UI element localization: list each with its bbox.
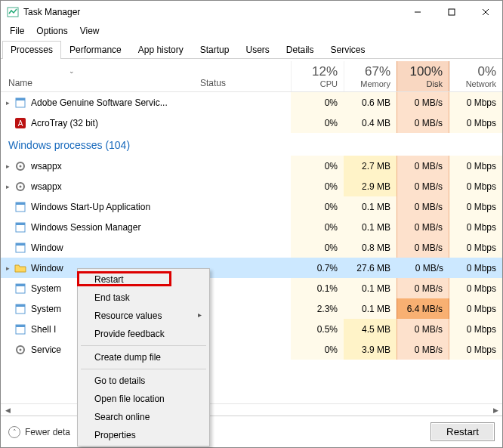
cell-network: 0 Mbps <box>449 156 502 176</box>
svg-rect-16 <box>16 223 25 225</box>
gear-icon <box>14 181 26 193</box>
cell-memory: 3.9 MB <box>344 339 397 360</box>
menu-file[interactable]: File <box>4 24 30 38</box>
process-row[interactable]: ▸ wsappx 0% 2.9 MB 0 MB/s 0 Mbps <box>1 176 502 196</box>
column-name-header[interactable]: ⌄ Name <box>1 67 200 91</box>
column-network-header[interactable]: 0% Network <box>449 61 502 91</box>
folder-icon <box>14 262 26 274</box>
cell-network: 0 Mbps <box>449 319 502 339</box>
close-button[interactable] <box>468 1 502 23</box>
restart-button[interactable]: Restart <box>430 422 495 441</box>
minimize-button[interactable] <box>400 1 434 23</box>
cell-memory: 0.1 MB <box>344 217 397 237</box>
process-row[interactable]: Window 0% 0.8 MB 0 MB/s 0 Mbps <box>1 237 502 258</box>
menu-options[interactable]: Options <box>30 24 73 38</box>
svg-point-10 <box>20 165 22 167</box>
cell-network: 0 Mbps <box>449 339 502 360</box>
process-row[interactable]: System 0.1% 0.1 MB 0 MB/s 0 Mbps <box>1 278 502 298</box>
column-memory-header[interactable]: 67% Memory <box>344 61 397 91</box>
cell-cpu: 0% <box>291 237 344 258</box>
process-row[interactable]: ▸ Adobe Genuine Software Servic... 0% 0.… <box>1 92 502 113</box>
svg-rect-14 <box>16 202 25 205</box>
cell-memory: 0.8 MB <box>344 237 397 258</box>
context-menu-item[interactable]: Open file location <box>79 390 208 408</box>
process-row[interactable]: ▸ Window 0.7% 27.6 MB 0 MB/s 0 Mbps <box>1 258 502 278</box>
svg-rect-6 <box>16 98 25 100</box>
context-menu-item[interactable]: End task <box>79 289 208 307</box>
acro-icon: A <box>14 117 26 129</box>
process-row[interactable]: Service 0% 3.9 MB 0 MB/s 0 Mbps <box>1 339 502 360</box>
cell-network: 0 Mbps <box>449 113 502 133</box>
gear-icon <box>14 160 26 172</box>
process-row[interactable]: A AcroTray (32 bit) 0% 0.4 MB 0 MB/s 0 M… <box>1 113 502 133</box>
tab-users[interactable]: Users <box>237 41 277 59</box>
svg-rect-2 <box>449 9 455 15</box>
chevron-down-icon: ⌄ <box>69 67 200 78</box>
horizontal-scrollbar[interactable]: ◀ ▶ <box>1 403 502 416</box>
expand-icon[interactable]: ▸ <box>1 183 14 190</box>
fewer-details-toggle[interactable]: ˄ Fewer deta <box>8 426 70 438</box>
group-header-windows-processes: Windows processes (104) <box>1 133 502 156</box>
process-row[interactable]: Shell I 0.5% 4.5 MB 0 MB/s 0 Mbps <box>1 319 502 339</box>
process-name: Adobe Genuine Software Servic... <box>31 97 200 108</box>
task-manager-window: Task Manager File Options View Processes… <box>0 0 503 448</box>
cell-cpu: 0% <box>291 156 344 176</box>
menubar: File Options View <box>1 23 502 39</box>
cell-cpu: 0% <box>291 217 344 237</box>
expand-icon[interactable]: ▸ <box>1 99 14 107</box>
cell-disk: 0 MB/s <box>397 339 449 360</box>
bottom-bar: ˄ Fewer deta Restart <box>1 416 502 447</box>
maximize-button[interactable] <box>434 1 468 23</box>
cell-cpu: 0% <box>291 196 344 217</box>
process-table: ⌄ Name Status 12% CPU 67% Memory 100% Di… <box>1 59 502 416</box>
gear-icon <box>14 344 26 356</box>
context-menu-item[interactable]: Create dump file <box>79 348 208 366</box>
cell-cpu: 0% <box>291 176 344 196</box>
svg-point-12 <box>20 185 22 187</box>
context-menu-item[interactable]: Provide feedback <box>79 325 208 343</box>
context-menu-item[interactable]: Properties <box>79 426 208 444</box>
process-row[interactable]: System 2.3% 0.1 MB 6.4 MB/s 0 Mbps <box>1 298 502 319</box>
tab-app-history[interactable]: App history <box>130 41 192 59</box>
tab-processes[interactable]: Processes <box>2 41 61 59</box>
cell-disk: 0 MB/s <box>397 176 449 196</box>
column-disk-header[interactable]: 100% Disk <box>397 61 449 91</box>
tab-strip: Processes Performance App history Startu… <box>1 39 502 59</box>
scroll-right-icon[interactable]: ▶ <box>489 404 502 416</box>
column-status-header[interactable]: Status <box>200 78 291 91</box>
cell-memory: 2.9 MB <box>344 176 397 196</box>
cell-disk: 0 MB/s <box>397 217 449 237</box>
process-row[interactable]: Windows Session Manager 0% 0.1 MB 0 MB/s… <box>1 217 502 237</box>
context-menu-item[interactable]: Search online <box>79 408 208 426</box>
svg-rect-24 <box>16 325 25 327</box>
process-row[interactable]: ▸ wsappx 0% 2.7 MB 0 MB/s 0 Mbps <box>1 156 502 176</box>
app-icon <box>14 201 26 213</box>
process-name: wsappx <box>31 181 200 192</box>
app-icon <box>14 242 26 254</box>
scroll-left-icon[interactable]: ◀ <box>1 404 14 416</box>
tab-services[interactable]: Services <box>322 41 374 59</box>
cell-disk: 0 MB/s <box>397 278 449 298</box>
process-list[interactable]: ▸ Adobe Genuine Software Servic... 0% 0.… <box>1 92 502 403</box>
cell-cpu: 0% <box>291 339 344 360</box>
svg-rect-22 <box>16 304 25 307</box>
cell-disk: 0 MB/s <box>397 156 449 176</box>
context-menu-item[interactable]: Resource values <box>79 307 208 325</box>
app-icon <box>14 303 26 315</box>
cell-memory: 4.5 MB <box>344 319 397 339</box>
context-menu: RestartEnd taskResource valuesProvide fe… <box>77 268 210 446</box>
tab-performance[interactable]: Performance <box>61 41 130 59</box>
process-name: Window <box>31 243 200 253</box>
cell-cpu: 0.1% <box>291 278 344 298</box>
cell-disk: 0 MB/s <box>397 113 449 133</box>
context-menu-item[interactable]: Restart <box>79 270 208 289</box>
column-cpu-header[interactable]: 12% CPU <box>291 61 344 91</box>
expand-icon[interactable]: ▸ <box>1 264 14 272</box>
menu-view[interactable]: View <box>74 24 106 38</box>
cell-network: 0 Mbps <box>449 176 502 196</box>
tab-details[interactable]: Details <box>278 41 322 59</box>
context-menu-item[interactable]: Go to details <box>79 372 208 390</box>
expand-icon[interactable]: ▸ <box>1 162 14 170</box>
process-row[interactable]: Windows Start-Up Application 0% 0.1 MB 0… <box>1 196 502 217</box>
tab-startup[interactable]: Startup <box>192 41 238 59</box>
